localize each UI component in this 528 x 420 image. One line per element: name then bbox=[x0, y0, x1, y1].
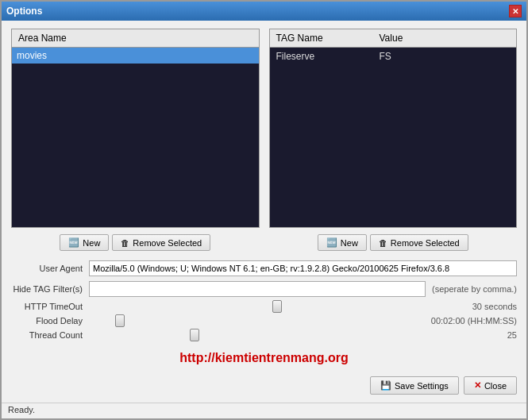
right-new-button[interactable]: 🆕 New bbox=[318, 234, 367, 251]
tag-panel: TAG Name Value Fileserve FS bbox=[269, 29, 518, 228]
left-btn-group: 🆕 New 🗑 Remove Selected bbox=[11, 234, 260, 251]
window-close-button[interactable]: ✕ bbox=[509, 5, 522, 17]
tag-row-fileserve[interactable]: Fileserve FS bbox=[270, 48, 517, 65]
remove-icon-left: 🗑 bbox=[121, 238, 129, 248]
tag-value-header: Value bbox=[376, 31, 514, 45]
tag-name-cell: Fileserve bbox=[273, 49, 376, 64]
http-timeout-row: HTTP TimeOut 30 seconds bbox=[11, 302, 517, 311]
user-agent-label: User Agent bbox=[11, 264, 83, 273]
thread-count-value: 25 bbox=[507, 330, 517, 340]
thread-count-slider[interactable] bbox=[89, 333, 501, 337]
right-remove-label: Remove Selected bbox=[391, 238, 460, 248]
close-button[interactable]: ✕ Close bbox=[464, 376, 517, 395]
flood-delay-row: Flood Delay 00:02:00 (HH:MM:SS) bbox=[11, 316, 517, 326]
hide-tag-note: (seperate by comma.) bbox=[432, 284, 517, 294]
table-buttons-row: 🆕 New 🗑 Remove Selected 🆕 New 🗑 Remove S… bbox=[11, 234, 517, 251]
remove-icon-right: 🗑 bbox=[379, 238, 387, 248]
user-agent-row: User Agent bbox=[11, 260, 517, 276]
close-label: Close bbox=[484, 381, 507, 391]
hide-tag-input[interactable] bbox=[89, 281, 426, 297]
tag-table-body[interactable]: Fileserve FS bbox=[270, 48, 517, 227]
tag-table-header: TAG Name Value bbox=[270, 29, 517, 48]
hide-tag-label: Hide TAG Filter(s) bbox=[11, 284, 83, 294]
main-content: Area Name movies TAG Name Value Fileserv… bbox=[2, 21, 526, 403]
flood-delay-slider[interactable] bbox=[89, 319, 425, 322]
status-text: Ready. bbox=[8, 405, 35, 414]
save-label: Save Settings bbox=[395, 381, 449, 391]
left-new-button[interactable]: 🆕 New bbox=[60, 234, 109, 251]
tag-value-cell: FS bbox=[376, 49, 514, 64]
settings-section: User Agent Hide TAG Filter(s) (seperate … bbox=[11, 257, 517, 343]
new-icon-right: 🆕 bbox=[326, 237, 337, 248]
right-btn-group: 🆕 New 🗑 Remove Selected bbox=[269, 234, 518, 251]
left-remove-button[interactable]: 🗑 Remove Selected bbox=[112, 234, 210, 251]
new-icon-left: 🆕 bbox=[68, 237, 79, 248]
tables-row: Area Name movies TAG Name Value Fileserv… bbox=[11, 29, 517, 228]
flood-delay-value: 00:02:00 (HH:MM:SS) bbox=[431, 316, 517, 326]
save-settings-button[interactable]: 💾 Save Settings bbox=[370, 376, 459, 395]
http-timeout-slider[interactable] bbox=[89, 305, 466, 308]
bottom-buttons: 💾 Save Settings ✕ Close bbox=[11, 373, 517, 396]
thread-count-label: Thread Count bbox=[11, 330, 83, 340]
right-remove-button[interactable]: 🗑 Remove Selected bbox=[370, 234, 468, 251]
http-timeout-label: HTTP TimeOut bbox=[11, 302, 83, 311]
area-name-header: Area Name bbox=[15, 31, 70, 45]
right-new-label: New bbox=[341, 238, 358, 248]
user-agent-input[interactable] bbox=[89, 260, 517, 276]
options-window: Options ✕ Area Name movies TAG Name Valu… bbox=[0, 0, 528, 420]
watermark: http://kiemtientrenmang.org bbox=[11, 349, 517, 367]
title-bar: Options ✕ bbox=[2, 2, 526, 21]
status-bar: Ready. bbox=[2, 403, 526, 418]
area-table-body[interactable]: movies bbox=[12, 48, 259, 227]
close-x-icon: ✕ bbox=[474, 380, 481, 391]
window-title: Options bbox=[6, 6, 42, 17]
left-new-label: New bbox=[83, 238, 100, 248]
thread-count-row: Thread Count 25 bbox=[11, 330, 517, 340]
hide-tag-row: Hide TAG Filter(s) (seperate by comma.) bbox=[11, 281, 517, 297]
save-icon: 💾 bbox=[380, 380, 391, 391]
area-name-panel: Area Name movies bbox=[11, 29, 260, 228]
flood-delay-label: Flood Delay bbox=[11, 316, 83, 326]
tag-name-header: TAG Name bbox=[273, 31, 376, 45]
left-remove-label: Remove Selected bbox=[133, 238, 202, 248]
area-row-movies[interactable]: movies bbox=[12, 48, 259, 64]
http-timeout-value: 30 seconds bbox=[472, 302, 517, 311]
area-table-header: Area Name bbox=[12, 29, 259, 48]
